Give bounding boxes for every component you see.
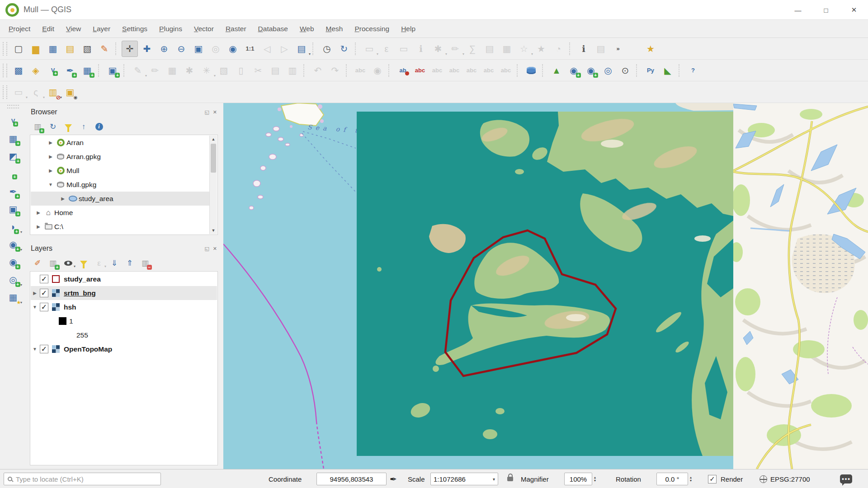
- layer-srtm-bng[interactable]: ▶✓srtm_bng: [31, 286, 217, 300]
- crs-status[interactable]: EPSG:27700: [770, 469, 810, 488]
- pan-to-selection[interactable]: ✚: [139, 41, 155, 57]
- new-geopackage-layer[interactable]: ✒: [62, 62, 78, 79]
- show-layout-manager[interactable]: ▧: [79, 41, 95, 57]
- magnifier-value[interactable]: 100%: [564, 473, 592, 485]
- layer-1[interactable]: 1: [31, 314, 217, 328]
- expander-icon[interactable]: ▼: [31, 347, 39, 352]
- save-project[interactable]: ▦: [45, 41, 61, 57]
- chevron-down-icon[interactable]: ▾: [20, 230, 22, 234]
- new-shapefile-layer[interactable]: V: [45, 62, 61, 79]
- expander-icon[interactable]: ▶: [34, 210, 42, 215]
- enable-properties-widget[interactable]: [93, 120, 105, 133]
- minimize-button[interactable]: —: [784, 0, 812, 20]
- layer-labeling-options[interactable]: ab: [395, 62, 411, 79]
- remove-layer-group[interactable]: ▥: [139, 257, 151, 269]
- browser-scrollbar[interactable]: ▲ ▼: [209, 136, 217, 234]
- browser-float-icon[interactable]: ◱: [204, 109, 209, 115]
- menu-edit[interactable]: Edit: [36, 20, 60, 38]
- map-svg[interactable]: Sea of the: [223, 103, 868, 469]
- new-virtual-layer[interactable]: ▣: [104, 62, 121, 79]
- chevron-down-icon[interactable]: ▾: [104, 264, 106, 268]
- expander-icon[interactable]: ▶: [31, 291, 39, 296]
- map-canvas[interactable]: Sea of the: [223, 103, 868, 469]
- temporal-controller[interactable]: ◷: [319, 41, 335, 57]
- menu-mesh[interactable]: Mesh: [320, 20, 349, 38]
- browser-item-mull-gpkg[interactable]: ▼Mull.gpkg: [31, 178, 209, 192]
- filter-legend[interactable]: [77, 257, 90, 269]
- crs-globe-icon[interactable]: [760, 475, 767, 483]
- select-by-location[interactable]: ▣: [62, 84, 78, 100]
- expander-icon[interactable]: ▶: [59, 196, 67, 201]
- expander-icon[interactable]: ▶: [47, 140, 55, 145]
- new-memory-layer[interactable]: ▦: [79, 62, 95, 79]
- deselect-all-layers[interactable]: ▥▾: [45, 84, 61, 100]
- browser-close-icon[interactable]: ✕: [213, 109, 217, 115]
- refresh-map[interactable]: ↻: [336, 41, 352, 57]
- open-project[interactable]: ▆: [28, 41, 44, 57]
- manage-map-themes[interactable]: ▾: [62, 257, 75, 269]
- rotation-value[interactable]: 0.0 °: [656, 473, 688, 485]
- expander-icon[interactable]: ▶: [47, 168, 55, 173]
- zoom-to-layer[interactable]: ◉: [225, 41, 241, 57]
- chevron-down-icon[interactable]: ▾: [20, 300, 22, 305]
- add-database-layer[interactable]: ▣: [5, 201, 21, 217]
- menu-vector[interactable]: Vector: [188, 20, 220, 38]
- scroll-thumb[interactable]: [211, 144, 216, 173]
- layer-diagram-options[interactable]: abc: [412, 62, 428, 79]
- web-globe-search[interactable]: ◎: [600, 62, 616, 79]
- lock-scale-icon[interactable]: [507, 477, 513, 481]
- new-print-layout[interactable]: ▤: [62, 41, 78, 57]
- style-manager[interactable]: ✎: [96, 41, 113, 57]
- python-console[interactable]: Py: [642, 62, 659, 79]
- zoom-native-resolution[interactable]: 1:1: [242, 41, 258, 57]
- browser-item-home[interactable]: ▶⌂Home: [31, 206, 209, 220]
- metasearch[interactable]: ▲: [548, 62, 565, 79]
- scroll-down-icon[interactable]: ▼: [210, 227, 217, 234]
- menu-project[interactable]: Project: [3, 20, 36, 38]
- browser-item-study-area[interactable]: ▶study_area: [31, 192, 209, 206]
- expander-icon[interactable]: ▶: [34, 224, 42, 229]
- add-postgis-layer[interactable]: ◗▾: [5, 219, 21, 235]
- toolbar-handle[interactable]: [3, 42, 7, 56]
- collapse-all[interactable]: ↑: [77, 120, 90, 133]
- rotation-spinner[interactable]: ▴▾: [690, 476, 692, 482]
- expander-icon[interactable]: ▶: [47, 154, 55, 159]
- menu-settings[interactable]: Settings: [116, 20, 153, 38]
- layer-opentopomap[interactable]: ▼✓OpenTopoMap: [31, 342, 217, 356]
- layer-visibility-checkbox[interactable]: ✓: [40, 345, 48, 353]
- menu-view[interactable]: View: [60, 20, 87, 38]
- new-project[interactable]: ▢: [10, 41, 27, 57]
- layers-close-icon[interactable]: ✕: [213, 246, 217, 252]
- expander-icon[interactable]: ▼: [31, 305, 39, 310]
- refresh-browser[interactable]: ↻: [47, 120, 59, 133]
- toolbar-overflow[interactable]: »: [610, 41, 626, 57]
- menu-plugins[interactable]: Plugins: [153, 20, 188, 38]
- browser-item-mull[interactable]: ▶Mull: [31, 164, 209, 178]
- toolbar-handle[interactable]: [7, 105, 19, 108]
- map-tips[interactable]: ℹ: [576, 41, 592, 57]
- new-map-view[interactable]: ▤▾: [293, 41, 310, 57]
- db-manager[interactable]: [523, 62, 539, 79]
- add-vector-layer[interactable]: V: [5, 113, 21, 129]
- render-checkbox[interactable]: ✓: [708, 475, 717, 483]
- chevron-down-icon[interactable]: ▾: [74, 264, 75, 268]
- menu-help[interactable]: Help: [395, 20, 421, 38]
- chevron-down-icon[interactable]: ▾: [20, 248, 22, 252]
- menu-database[interactable]: Database: [252, 20, 294, 38]
- toolbar-handle[interactable]: [3, 64, 7, 77]
- menu-web[interactable]: Web: [294, 20, 320, 38]
- search-layers[interactable]: ⊙: [617, 62, 633, 79]
- extents-toggle-icon[interactable]: ✒: [390, 469, 397, 488]
- menu-layer[interactable]: Layer: [87, 20, 116, 38]
- menu-raster[interactable]: Raster: [220, 20, 252, 38]
- close-button[interactable]: ✕: [840, 0, 868, 20]
- pan-map[interactable]: ✛: [122, 41, 138, 57]
- magnifier-spinner[interactable]: ▴▾: [594, 476, 596, 482]
- add-wms-layer[interactable]: ◉▾: [5, 236, 21, 253]
- browser-item-arran[interactable]: ▶Arran: [31, 136, 209, 150]
- layer-study-area[interactable]: ✓study_area: [31, 272, 217, 286]
- filter-browser[interactable]: [62, 120, 75, 133]
- add-virtual-layer-bottom[interactable]: ▦▾: [5, 289, 21, 305]
- add-raster-layer[interactable]: ▦: [5, 131, 21, 147]
- messages-bubble-icon[interactable]: ●●●: [840, 474, 852, 483]
